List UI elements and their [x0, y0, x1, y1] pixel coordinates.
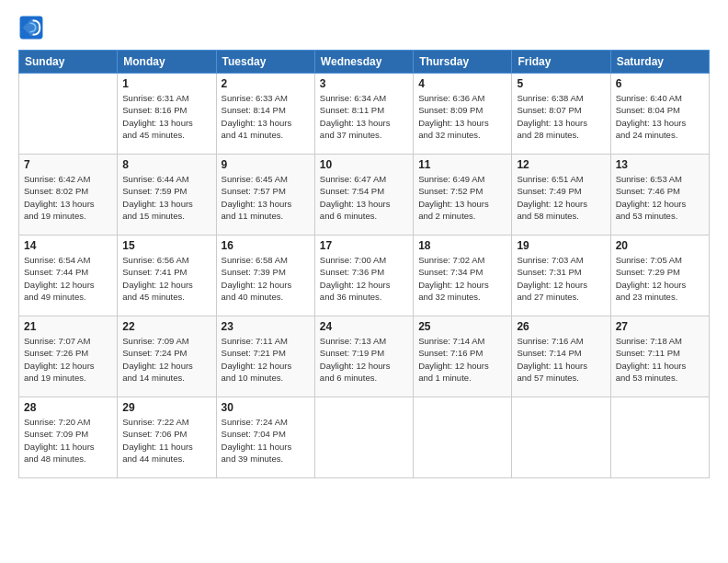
calendar-cell: 23Sunrise: 7:11 AM Sunset: 7:21 PM Dayli…	[216, 316, 314, 397]
day-info: Sunrise: 6:44 AM Sunset: 7:59 PM Dayligh…	[122, 173, 210, 222]
weekday-row: SundayMondayTuesdayWednesdayThursdayFrid…	[19, 51, 710, 74]
calendar-week-row: 14Sunrise: 6:54 AM Sunset: 7:44 PM Dayli…	[19, 236, 710, 316]
calendar-cell: 22Sunrise: 7:09 AM Sunset: 7:24 PM Dayli…	[118, 316, 216, 397]
calendar-week-row: 7Sunrise: 6:42 AM Sunset: 8:02 PM Daylig…	[19, 155, 710, 236]
day-info: Sunrise: 6:47 AM Sunset: 7:54 PM Dayligh…	[320, 173, 408, 222]
day-number: 7	[24, 158, 112, 171]
calendar-cell	[19, 74, 118, 155]
day-info: Sunrise: 6:49 AM Sunset: 7:52 PM Dayligh…	[418, 173, 506, 222]
calendar-cell: 27Sunrise: 7:18 AM Sunset: 7:11 PM Dayli…	[610, 316, 709, 397]
day-info: Sunrise: 7:09 AM Sunset: 7:24 PM Dayligh…	[122, 335, 210, 384]
weekday-header: Thursday	[414, 51, 512, 74]
day-info: Sunrise: 6:53 AM Sunset: 7:46 PM Dayligh…	[616, 173, 704, 222]
weekday-header: Wednesday	[314, 51, 413, 74]
day-number: 26	[517, 320, 605, 333]
day-number: 3	[320, 77, 408, 90]
day-number: 28	[24, 401, 112, 414]
day-number: 20	[616, 239, 704, 252]
day-number: 15	[122, 239, 210, 252]
day-info: Sunrise: 7:13 AM Sunset: 7:19 PM Dayligh…	[320, 335, 408, 384]
day-number: 4	[418, 77, 506, 90]
calendar-cell: 10Sunrise: 6:47 AM Sunset: 7:54 PM Dayli…	[314, 155, 413, 236]
day-number: 25	[418, 320, 506, 333]
day-info: Sunrise: 7:00 AM Sunset: 7:36 PM Dayligh…	[320, 254, 408, 303]
calendar-cell: 21Sunrise: 7:07 AM Sunset: 7:26 PM Dayli…	[19, 316, 118, 397]
day-number: 17	[320, 239, 408, 252]
day-info: Sunrise: 6:58 AM Sunset: 7:39 PM Dayligh…	[222, 254, 310, 303]
weekday-header: Saturday	[610, 51, 709, 74]
day-info: Sunrise: 6:31 AM Sunset: 8:16 PM Dayligh…	[122, 92, 210, 141]
calendar-cell: 2Sunrise: 6:33 AM Sunset: 8:14 PM Daylig…	[216, 74, 314, 155]
calendar-cell	[610, 397, 709, 478]
weekday-header: Monday	[118, 51, 216, 74]
day-info: Sunrise: 7:22 AM Sunset: 7:06 PM Dayligh…	[122, 416, 210, 465]
calendar-cell: 7Sunrise: 6:42 AM Sunset: 8:02 PM Daylig…	[19, 155, 118, 236]
day-info: Sunrise: 7:05 AM Sunset: 7:29 PM Dayligh…	[616, 254, 704, 303]
day-info: Sunrise: 6:34 AM Sunset: 8:11 PM Dayligh…	[320, 92, 408, 141]
weekday-header: Sunday	[19, 51, 118, 74]
calendar-cell: 29Sunrise: 7:22 AM Sunset: 7:06 PM Dayli…	[118, 397, 216, 478]
calendar-cell	[512, 397, 610, 478]
day-number: 13	[616, 158, 704, 171]
calendar-cell: 17Sunrise: 7:00 AM Sunset: 7:36 PM Dayli…	[314, 236, 413, 316]
logo-icon	[18, 15, 44, 40]
day-number: 12	[517, 158, 605, 171]
calendar-cell	[414, 397, 512, 478]
calendar-cell: 18Sunrise: 7:02 AM Sunset: 7:34 PM Dayli…	[414, 236, 512, 316]
calendar-cell: 24Sunrise: 7:13 AM Sunset: 7:19 PM Dayli…	[314, 316, 413, 397]
day-info: Sunrise: 7:07 AM Sunset: 7:26 PM Dayligh…	[24, 335, 112, 384]
calendar-cell: 30Sunrise: 7:24 AM Sunset: 7:04 PM Dayli…	[216, 397, 314, 478]
calendar-cell: 6Sunrise: 6:40 AM Sunset: 8:04 PM Daylig…	[610, 74, 709, 155]
calendar-cell: 13Sunrise: 6:53 AM Sunset: 7:46 PM Dayli…	[610, 155, 709, 236]
day-number: 16	[222, 239, 310, 252]
day-info: Sunrise: 6:51 AM Sunset: 7:49 PM Dayligh…	[517, 173, 605, 222]
calendar-cell: 5Sunrise: 6:38 AM Sunset: 8:07 PM Daylig…	[512, 74, 610, 155]
day-number: 9	[222, 158, 310, 171]
day-number: 8	[122, 158, 210, 171]
day-number: 22	[122, 320, 210, 333]
day-number: 2	[222, 77, 310, 90]
calendar-week-row: 28Sunrise: 7:20 AM Sunset: 7:09 PM Dayli…	[19, 397, 710, 478]
day-info: Sunrise: 7:11 AM Sunset: 7:21 PM Dayligh…	[222, 335, 310, 384]
day-info: Sunrise: 7:16 AM Sunset: 7:14 PM Dayligh…	[517, 335, 605, 384]
day-info: Sunrise: 6:45 AM Sunset: 7:57 PM Dayligh…	[222, 173, 310, 222]
calendar-cell: 9Sunrise: 6:45 AM Sunset: 7:57 PM Daylig…	[216, 155, 314, 236]
day-number: 23	[222, 320, 310, 333]
day-number: 10	[320, 158, 408, 171]
calendar-cell: 28Sunrise: 7:20 AM Sunset: 7:09 PM Dayli…	[19, 397, 118, 478]
calendar-cell: 16Sunrise: 6:58 AM Sunset: 7:39 PM Dayli…	[216, 236, 314, 316]
calendar-week-row: 1Sunrise: 6:31 AM Sunset: 8:16 PM Daylig…	[19, 74, 710, 155]
day-number: 27	[616, 320, 704, 333]
calendar-cell: 12Sunrise: 6:51 AM Sunset: 7:49 PM Dayli…	[512, 155, 610, 236]
day-number: 30	[222, 401, 310, 414]
calendar-week-row: 21Sunrise: 7:07 AM Sunset: 7:26 PM Dayli…	[19, 316, 710, 397]
calendar-header: SundayMondayTuesdayWednesdayThursdayFrid…	[19, 51, 710, 74]
day-number: 6	[616, 77, 704, 90]
day-number: 11	[418, 158, 506, 171]
day-number: 19	[517, 239, 605, 252]
weekday-header: Friday	[512, 51, 610, 74]
calendar-cell: 19Sunrise: 7:03 AM Sunset: 7:31 PM Dayli…	[512, 236, 610, 316]
day-info: Sunrise: 6:38 AM Sunset: 8:07 PM Dayligh…	[517, 92, 605, 141]
day-number: 14	[24, 239, 112, 252]
calendar-cell: 4Sunrise: 6:36 AM Sunset: 8:09 PM Daylig…	[414, 74, 512, 155]
calendar-cell: 26Sunrise: 7:16 AM Sunset: 7:14 PM Dayli…	[512, 316, 610, 397]
calendar-cell: 1Sunrise: 6:31 AM Sunset: 8:16 PM Daylig…	[118, 74, 216, 155]
day-number: 5	[517, 77, 605, 90]
day-number: 24	[320, 320, 408, 333]
calendar: SundayMondayTuesdayWednesdayThursdayFrid…	[18, 50, 710, 478]
calendar-body: 1Sunrise: 6:31 AM Sunset: 8:16 PM Daylig…	[19, 74, 710, 478]
day-info: Sunrise: 7:18 AM Sunset: 7:11 PM Dayligh…	[616, 335, 704, 384]
day-info: Sunrise: 6:56 AM Sunset: 7:41 PM Dayligh…	[122, 254, 210, 303]
calendar-cell: 25Sunrise: 7:14 AM Sunset: 7:16 PM Dayli…	[414, 316, 512, 397]
calendar-cell: 20Sunrise: 7:05 AM Sunset: 7:29 PM Dayli…	[610, 236, 709, 316]
day-number: 21	[24, 320, 112, 333]
day-number: 18	[418, 239, 506, 252]
calendar-cell: 8Sunrise: 6:44 AM Sunset: 7:59 PM Daylig…	[118, 155, 216, 236]
weekday-header: Tuesday	[216, 51, 314, 74]
day-info: Sunrise: 7:14 AM Sunset: 7:16 PM Dayligh…	[418, 335, 506, 384]
day-info: Sunrise: 6:40 AM Sunset: 8:04 PM Dayligh…	[616, 92, 704, 141]
logo	[18, 15, 48, 40]
page: SundayMondayTuesdayWednesdayThursdayFrid…	[0, 0, 728, 563]
day-info: Sunrise: 7:02 AM Sunset: 7:34 PM Dayligh…	[418, 254, 506, 303]
